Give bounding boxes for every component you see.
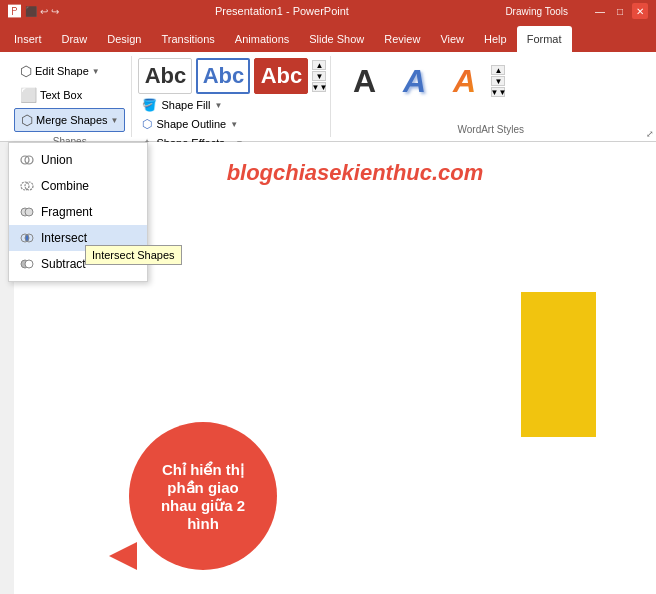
tab-help[interactable]: Help xyxy=(474,26,517,52)
wordart-row: A A A ▲ ▼ ▼▼ xyxy=(341,58,640,104)
wordart-scroll-expand[interactable]: ▼▼ xyxy=(491,87,505,97)
tab-transitions[interactable]: Transitions xyxy=(151,26,224,52)
combine-icon xyxy=(19,178,35,194)
insert-shapes-group: ⬡ Edit Shape ▼ ⬜ Text Box ⬡ Merge Shapes… xyxy=(8,56,132,137)
merge-fragment-item[interactable]: Fragment xyxy=(9,199,147,225)
shape-style-2-label: Abc xyxy=(203,63,245,89)
scroll-down-arrow[interactable]: ▼ xyxy=(312,71,326,81)
shape-style-2-button[interactable]: Abc xyxy=(196,58,250,94)
app-icon: 🅿 xyxy=(8,4,21,19)
shape-outline-icon: ⬡ xyxy=(142,117,152,131)
merge-shapes-icon: ⬡ xyxy=(21,112,33,128)
watermark-text: blogchiasekienthuc.com xyxy=(74,160,636,186)
bubble-text: Chỉ hiển thịphần giaonhau giữa 2hình xyxy=(129,422,277,570)
tab-review[interactable]: Review xyxy=(374,26,430,52)
intersect-tooltip: Intersect Shapes xyxy=(85,245,182,265)
wordart-3-button[interactable]: A xyxy=(441,58,487,104)
shape-styles-row: Abc Abc Abc ▲ ▼ ▼▼ xyxy=(138,58,326,94)
union-icon xyxy=(19,152,35,168)
shape-fill-button[interactable]: 🪣 Shape Fill ▼ xyxy=(138,96,326,114)
quick-access: ⬛ ↩ ↪ xyxy=(25,6,59,17)
title-bar-title: Presentation1 - PowerPoint xyxy=(59,5,506,17)
shape-style-3-label: Abc xyxy=(261,63,303,89)
scroll-up-arrow[interactable]: ▲ xyxy=(312,60,326,70)
drawing-tools-label: Drawing Tools xyxy=(505,6,568,17)
intersect-label: Intersect xyxy=(41,231,87,245)
merge-combine-item[interactable]: Combine xyxy=(9,173,147,199)
wordart-scroll-up[interactable]: ▲ xyxy=(491,65,505,75)
fragment-icon xyxy=(19,204,35,220)
svg-point-5 xyxy=(25,208,33,216)
subtract-icon xyxy=(19,256,35,272)
title-bar: 🅿 ⬛ ↩ ↪ Presentation1 - PowerPoint Drawi… xyxy=(0,0,656,22)
scroll-expand-arrow[interactable]: ▼▼ xyxy=(312,82,326,92)
ribbon-body: ⬡ Edit Shape ▼ ⬜ Text Box ⬡ Merge Shapes… xyxy=(0,52,656,142)
edit-shape-icon: ⬡ xyxy=(20,63,32,79)
wordart-styles-label: WordArt Styles xyxy=(341,122,640,135)
text-box-icon: ⬜ xyxy=(20,87,37,103)
fragment-label: Fragment xyxy=(41,205,92,219)
combine-label: Combine xyxy=(41,179,89,193)
tooltip-text: Intersect Shapes xyxy=(92,249,175,261)
edit-shape-button[interactable]: ⬡ Edit Shape ▼ xyxy=(14,60,125,82)
shape-outline-chevron-icon: ▼ xyxy=(230,120,238,129)
wordart-styles-group: A A A ▲ ▼ ▼▼ WordArt Styles xyxy=(333,56,648,137)
merge-shapes-label: Merge Shapes xyxy=(36,114,108,126)
tab-draw[interactable]: Draw xyxy=(52,26,98,52)
title-bar-controls: Drawing Tools — □ ✕ xyxy=(505,3,648,19)
tab-design[interactable]: Design xyxy=(97,26,151,52)
ribbon-tabs: Insert Draw Design Transitions Animation… xyxy=(0,22,656,52)
tab-view[interactable]: View xyxy=(430,26,474,52)
text-box-label: Text Box xyxy=(40,89,82,101)
merge-union-item[interactable]: Union xyxy=(9,147,147,173)
shape-style-3-button[interactable]: Abc xyxy=(254,58,308,94)
merge-shapes-button[interactable]: ⬡ Merge Shapes ▼ xyxy=(14,108,125,132)
title-bar-left: 🅿 ⬛ ↩ ↪ xyxy=(8,4,59,19)
shape-fill-chevron-icon: ▼ xyxy=(214,101,222,110)
wordart-scroll: ▲ ▼ ▼▼ xyxy=(491,65,505,97)
shape-fill-label: Shape Fill xyxy=(161,99,210,111)
shape-outline-button[interactable]: ⬡ Shape Outline ▼ xyxy=(138,115,326,133)
wordart-3-label: A xyxy=(453,63,476,100)
close-button[interactable]: ✕ xyxy=(632,3,648,19)
tab-slideshow[interactable]: Slide Show xyxy=(299,26,374,52)
yellow-rectangle[interactable] xyxy=(521,292,596,437)
intersect-icon xyxy=(19,230,35,246)
bubble-tail xyxy=(109,542,137,570)
shape-fill-icon: 🪣 xyxy=(142,98,157,112)
edit-shape-chevron-icon: ▼ xyxy=(92,67,100,76)
svg-point-11 xyxy=(25,260,33,268)
merge-shapes-chevron-icon: ▼ xyxy=(111,116,119,125)
wordart-1-label: A xyxy=(353,63,376,100)
shape-styles-scroll: ▲ ▼ ▼▼ xyxy=(312,60,326,92)
text-box-button[interactable]: ⬜ Text Box xyxy=(14,84,125,106)
minimize-button[interactable]: — xyxy=(592,3,608,19)
wordart-scroll-down[interactable]: ▼ xyxy=(491,76,505,86)
shape-outline-label: Shape Outline xyxy=(156,118,226,130)
wordart-1-button[interactable]: A xyxy=(341,58,387,104)
tab-format[interactable]: Format xyxy=(517,26,572,52)
edit-shape-label: Edit Shape xyxy=(35,65,89,77)
tab-insert[interactable]: Insert xyxy=(4,26,52,52)
speech-bubble[interactable]: Chỉ hiển thịphần giaonhau giữa 2hình xyxy=(109,422,279,592)
shape-styles-group: Abc Abc Abc ▲ ▼ ▼▼ 🪣 Shape Fill ▼ ⬡ Sha xyxy=(134,56,331,137)
subtract-label: Subtract xyxy=(41,257,86,271)
shape-style-1-label: Abc xyxy=(145,63,187,89)
maximize-button[interactable]: □ xyxy=(612,3,628,19)
shape-styles-expand-icon[interactable]: ⤢ xyxy=(646,129,654,139)
wordart-2-label: A xyxy=(403,63,426,100)
wordart-2-button[interactable]: A xyxy=(391,58,437,104)
union-label: Union xyxy=(41,153,72,167)
shape-style-1-button[interactable]: Abc xyxy=(138,58,192,94)
tab-animations[interactable]: Animations xyxy=(225,26,299,52)
